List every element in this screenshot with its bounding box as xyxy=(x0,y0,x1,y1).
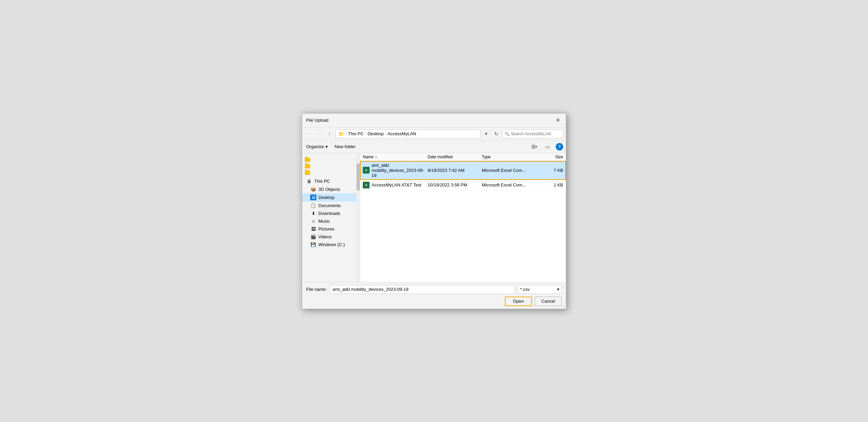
3d-objects-icon: 📦 xyxy=(310,187,316,192)
organize-arrow: ▾ xyxy=(326,144,328,149)
sidebar-item-windows-c[interactable]: 💾 Windows (C:) xyxy=(302,241,356,248)
forward-button[interactable]: → xyxy=(315,129,324,138)
sidebar-item-desktop[interactable]: 🖥 Desktop xyxy=(302,193,356,202)
sidebar-3d-objects-label: 3D Objects xyxy=(318,187,340,192)
windows-c-icon: 💾 xyxy=(310,242,316,247)
breadcrumb: 📁 › Name This PC › Desktop › AccessMyLAN xyxy=(335,129,480,138)
col-header-type[interactable]: Type xyxy=(482,155,536,159)
breadcrumb-accessmylan: AccessMyLAN xyxy=(388,131,416,136)
breadcrumb-dropdown-button[interactable]: ▼ xyxy=(482,129,491,138)
organize-label: Organize xyxy=(306,144,324,149)
breadcrumb-sep1: › xyxy=(365,132,366,136)
sort-arrow: ∨ xyxy=(375,155,377,159)
file-date-2: 10/19/2022 3:56 PM xyxy=(428,182,482,187)
back-button[interactable]: ← xyxy=(305,129,314,138)
sidebar-scrollbar-thumb xyxy=(357,163,360,190)
close-button[interactable]: ✕ xyxy=(554,116,562,124)
main-content: 🖥 This PC 📦 3D Objects 🖥 Desktop 📋 Docum… xyxy=(302,153,566,282)
sidebar-scrollbar[interactable] xyxy=(356,153,360,282)
videos-icon: 🎬 xyxy=(310,234,316,239)
refresh-button[interactable]: ↻ xyxy=(492,129,501,138)
sidebar-windows-c-label: Windows (C:) xyxy=(318,242,345,247)
sidebar-videos-label: Videos xyxy=(318,234,332,239)
file-type-2: Microsoft Excel Com... xyxy=(482,182,536,187)
folder-icon-1 xyxy=(305,158,310,162)
help-button[interactable]: ? xyxy=(556,143,563,150)
resize-handle[interactable]: ⟘ xyxy=(561,304,566,309)
sidebar-downloads-label: Downloads xyxy=(318,211,340,216)
file-row-1[interactable]: X aml_at&t mobility_devices_2023-09-19 9… xyxy=(360,161,566,180)
file-name-2: AccessMyLAN AT&T Test xyxy=(372,182,428,187)
file-name-row: File name: *.csv ▾ xyxy=(306,285,562,294)
file-name-1: aml_at&t mobility_devices_2023-09-19 xyxy=(372,163,428,178)
breadcrumb-sep2: › xyxy=(385,132,386,136)
sidebar-recent-folders xyxy=(302,155,356,177)
sidebar-documents-label: Documents xyxy=(318,203,341,208)
sidebar-this-pc-label: This PC xyxy=(314,179,330,184)
nav-bar: ← → ↑ 📁 › Name This PC › Desktop › Acces… xyxy=(302,127,566,141)
breadcrumb-separator: › xyxy=(346,132,347,136)
breadcrumb-this-pc-label: This PC xyxy=(348,131,363,136)
sidebar-item-music[interactable]: ♫ Music xyxy=(302,217,356,225)
view-dropdown-arrow: ▾ xyxy=(536,145,537,148)
sidebar-item-videos[interactable]: 🎬 Videos xyxy=(302,233,356,241)
col-header-date[interactable]: Date modified xyxy=(428,155,482,159)
sidebar-item-downloads[interactable]: ⬇ Downloads xyxy=(302,209,356,217)
folder-icon-2 xyxy=(305,164,310,168)
search-box: 🔍 xyxy=(502,129,563,138)
excel-icon-1: X xyxy=(363,167,370,174)
search-icon: 🔍 xyxy=(505,132,510,136)
music-icon: ♫ xyxy=(310,219,316,224)
sidebar-folder-3[interactable] xyxy=(302,169,356,176)
documents-icon: 📋 xyxy=(310,203,316,208)
bottom-bar: File name: *.csv ▾ Open Cancel xyxy=(302,282,566,309)
sidebar-folder-2[interactable] xyxy=(302,163,356,169)
title-bar: File Upload ✕ xyxy=(302,114,566,127)
view-icon: ⊞ xyxy=(531,143,536,150)
file-list-header: Name ∨ Date modified Type Size xyxy=(360,153,566,161)
sidebar-item-pictures[interactable]: 🖼 Pictures xyxy=(302,225,356,233)
sidebar-music-label: Music xyxy=(318,219,330,224)
buttons-row: Open Cancel xyxy=(306,297,562,306)
sidebar-folder-1[interactable] xyxy=(302,157,356,163)
layout-button[interactable]: ▭ xyxy=(543,142,552,151)
organize-button[interactable]: Organize ▾ xyxy=(305,143,329,150)
file-type-arrow: ▾ xyxy=(557,287,559,292)
folder-icon-3 xyxy=(305,170,310,175)
file-list: Name ∨ Date modified Type Size X aml_at&… xyxy=(360,153,566,282)
col-header-size[interactable]: Size xyxy=(536,155,563,159)
this-pc-icon: 🖥 xyxy=(306,179,312,184)
pictures-icon: 🖼 xyxy=(310,226,316,232)
downloads-icon: ⬇ xyxy=(310,211,316,216)
search-input[interactable] xyxy=(511,132,561,136)
file-size-2: 1 KB xyxy=(536,182,563,187)
open-button[interactable]: Open xyxy=(505,297,532,306)
toolbar: Organize ▾ New folder ⊞ ▾ ▭ ? xyxy=(302,141,566,153)
file-name-field[interactable] xyxy=(330,285,515,294)
new-folder-button[interactable]: New folder xyxy=(333,143,357,150)
layout-icon: ▭ xyxy=(545,144,550,149)
view-icon-button[interactable]: ⊞ ▾ xyxy=(530,142,539,151)
file-type-dropdown[interactable]: *.csv ▾ xyxy=(518,285,562,294)
file-upload-dialog: File Upload ✕ ← → ↑ 📁 › Name This PC › D… xyxy=(302,113,566,309)
file-row-2[interactable]: X AccessMyLAN AT&T Test 10/19/2022 3:56 … xyxy=(360,180,566,190)
help-icon: ? xyxy=(558,144,561,149)
sidebar: 🖥 This PC 📦 3D Objects 🖥 Desktop 📋 Docum… xyxy=(302,153,356,282)
sidebar-item-this-pc[interactable]: 🖥 This PC xyxy=(302,177,356,185)
sidebar-desktop-label: Desktop xyxy=(318,195,335,200)
cancel-button[interactable]: Cancel xyxy=(535,297,562,306)
up-button[interactable]: ↑ xyxy=(325,129,334,138)
sidebar-item-documents[interactable]: 📋 Documents xyxy=(302,202,356,209)
sidebar-pictures-label: Pictures xyxy=(318,226,334,232)
file-size-1: 7 KB xyxy=(536,168,563,173)
file-type-1: Microsoft Excel Com... xyxy=(482,168,536,173)
col-header-name[interactable]: Name ∨ xyxy=(363,155,428,159)
file-date-1: 9/19/2023 7:42 AM xyxy=(428,168,482,173)
folder-icon: 📁 xyxy=(338,131,344,137)
new-folder-label: New folder xyxy=(335,144,356,149)
file-name-label: File name: xyxy=(306,287,327,292)
breadcrumb-desktop[interactable]: Desktop xyxy=(368,131,384,136)
desktop-icon: 🖥 xyxy=(310,195,316,200)
sidebar-item-3d-objects[interactable]: 📦 3D Objects xyxy=(302,185,356,193)
excel-icon-2: X xyxy=(363,182,370,188)
